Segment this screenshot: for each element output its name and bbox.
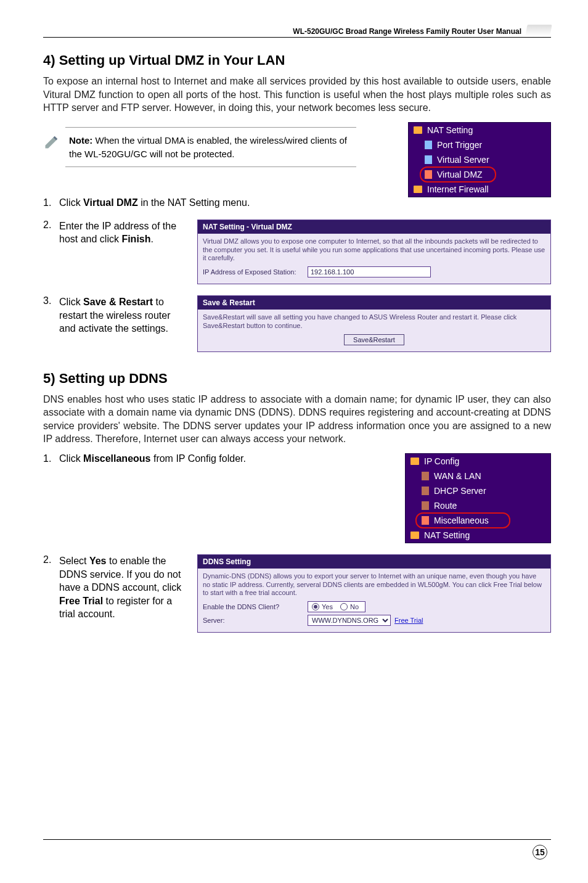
dmz-panel-title: NAT Setting - Virtual DMZ xyxy=(198,220,550,234)
ddns-enable-radio-group: Yes No xyxy=(308,601,365,612)
nat-menu-root[interactable]: NAT Setting xyxy=(409,123,550,138)
pencil-icon xyxy=(43,133,60,150)
note-text: When the virtual DMA is enabled, the wir… xyxy=(69,135,347,159)
save-restart-panel: Save & Restart Save&Restart will save al… xyxy=(197,295,551,352)
section4-step1: Click Virtual DMZ in the NAT Setting men… xyxy=(43,197,551,208)
ipmenu-root[interactable]: IP Config xyxy=(406,454,550,469)
section5-heading: 5) Setting up DDNS xyxy=(43,371,551,387)
ipmenu-route[interactable]: Route xyxy=(406,498,550,513)
section4-intro: To expose an internal host to Internet a… xyxy=(43,75,551,115)
ipmenu-misc[interactable]: Miscellaneous xyxy=(406,513,550,528)
dmz-ip-label: IP Address of Exposed Station: xyxy=(203,268,308,276)
nat-menu-virtual-server[interactable]: Virtual Server xyxy=(409,152,550,167)
highlight-circle xyxy=(420,166,496,183)
header-title: WL-520GU/GC Broad Range Wireless Family … xyxy=(293,27,521,36)
note-box: Note: When the virtual DMA is enabled, t… xyxy=(65,127,356,168)
ip-config-menu: IP Config WAN & LAN DHCP Server Route Mi… xyxy=(405,453,551,543)
section4-heading: 4) Setting up Virtual DMZ in Your LAN xyxy=(43,52,551,68)
folder-icon xyxy=(414,126,422,134)
nat-menu-firewall[interactable]: Internet Firewall xyxy=(409,182,550,197)
section4-step3: Click Save & Restart to restart the wire… xyxy=(43,295,551,352)
dmz-panel-desc: Virtual DMZ allows you to expose one com… xyxy=(203,237,545,263)
doc-icon xyxy=(425,155,432,164)
ipmenu-nat[interactable]: NAT Setting xyxy=(406,528,550,543)
step3-text: Click Save & Restart to restart the wire… xyxy=(59,295,189,335)
nat-setting-menu: NAT Setting Port Trigger Virtual Server … xyxy=(408,122,551,197)
free-trial-link[interactable]: Free Trial xyxy=(394,617,423,624)
folder-icon xyxy=(410,532,419,539)
save-panel-desc: Save&Restart will save all setting you h… xyxy=(203,313,545,331)
folder-icon xyxy=(414,186,422,193)
section5-steps: Click Miscellaneous from IP Config folde… xyxy=(43,453,551,633)
section5-step2: Select Yes to enable the DDNS service. I… xyxy=(43,554,551,633)
ddns-server-select[interactable]: WWW.DYNDNS.ORG xyxy=(308,615,391,626)
ddns-title: DDNS Setting xyxy=(198,555,550,569)
router-icon xyxy=(525,25,552,36)
virtual-dmz-panel: NAT Setting - Virtual DMZ Virtual DMZ al… xyxy=(197,220,551,284)
doc-icon xyxy=(422,472,429,480)
radio-yes[interactable] xyxy=(312,603,319,610)
ddns-desc: Dynamic-DNS (DDNS) allows you to export … xyxy=(203,572,545,598)
save-restart-button[interactable]: Save&Restart xyxy=(344,334,404,345)
doc-icon xyxy=(422,487,429,495)
nat-menu-virtual-dmz[interactable]: Virtual DMZ xyxy=(409,167,550,182)
ddns-enable-label: Enable the DDNS Client? xyxy=(203,603,308,610)
page: WL-520GU/GC Broad Range Wireless Family … xyxy=(0,0,588,883)
footer-rule xyxy=(43,839,551,840)
note-bold: Note: xyxy=(69,135,92,146)
ipmenu-wanlan[interactable]: WAN & LAN xyxy=(406,469,550,483)
highlight-circle xyxy=(415,512,510,528)
page-number: 15 xyxy=(533,845,547,860)
radio-no[interactable] xyxy=(340,603,348,610)
step2-text: Select Yes to enable the DDNS service. I… xyxy=(59,554,189,621)
ipmenu-dhcp[interactable]: DHCP Server xyxy=(406,483,550,498)
save-panel-title: Save & Restart xyxy=(198,296,550,310)
folder-icon xyxy=(410,458,419,465)
section4-step2: Enter the IP address of the host and cli… xyxy=(43,220,551,284)
page-header: WL-520GU/GC Broad Range Wireless Family … xyxy=(43,25,551,38)
doc-icon xyxy=(422,501,429,510)
ddns-panel: DDNS Setting Dynamic-DNS (DDNS) allows y… xyxy=(197,554,551,633)
section5-intro: DNS enables host who uses static IP addr… xyxy=(43,393,551,446)
dmz-ip-input[interactable] xyxy=(308,266,431,277)
doc-icon xyxy=(425,141,432,149)
section5-step1: Click Miscellaneous from IP Config folde… xyxy=(43,453,551,543)
section4-steps: Click Virtual DMZ in the NAT Setting men… xyxy=(43,197,551,352)
nat-menu-port-trigger[interactable]: Port Trigger xyxy=(409,138,550,152)
step2-text: Enter the IP address of the host and cli… xyxy=(59,220,189,246)
ddns-server-label: Server: xyxy=(203,617,308,624)
